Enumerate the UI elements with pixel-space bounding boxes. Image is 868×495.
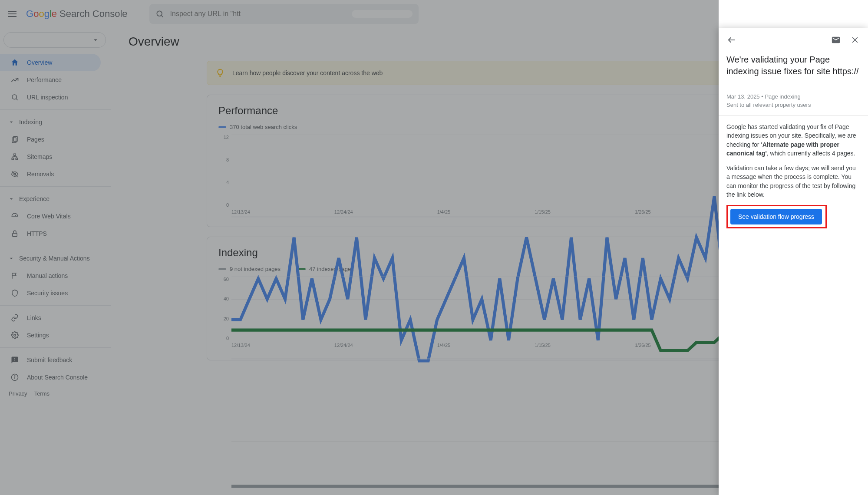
cta-highlight: ➘ See validation flow progress: [726, 205, 827, 228]
drawer-sent-to: Sent to all relevant property users: [726, 102, 860, 108]
mail-button[interactable]: [828, 32, 844, 48]
message-drawer: We're validating your Page indexing issu…: [719, 28, 868, 495]
mail-icon: [831, 35, 841, 45]
drawer-header: [719, 28, 868, 52]
drawer-title: We're validating your Page indexing issu…: [726, 54, 860, 89]
close-icon: [851, 36, 859, 44]
drawer-para-2: Validation can take a few days; we will …: [726, 164, 860, 199]
drawer-body: We're validating your Page indexing issu…: [719, 52, 868, 236]
drawer-para-1: Google has started validating your fix o…: [726, 122, 860, 158]
modal-scrim-header[interactable]: [0, 0, 719, 28]
redacted-site: [726, 81, 792, 87]
close-button[interactable]: [847, 32, 863, 48]
see-validation-progress-button[interactable]: See validation flow progress: [730, 209, 822, 224]
arrow-left-icon: [727, 35, 736, 45]
annotation-arrow-icon: ➘: [719, 208, 721, 224]
drawer-meta: Mar 13, 2025 • Page indexing: [726, 93, 860, 100]
back-button[interactable]: [724, 32, 739, 48]
